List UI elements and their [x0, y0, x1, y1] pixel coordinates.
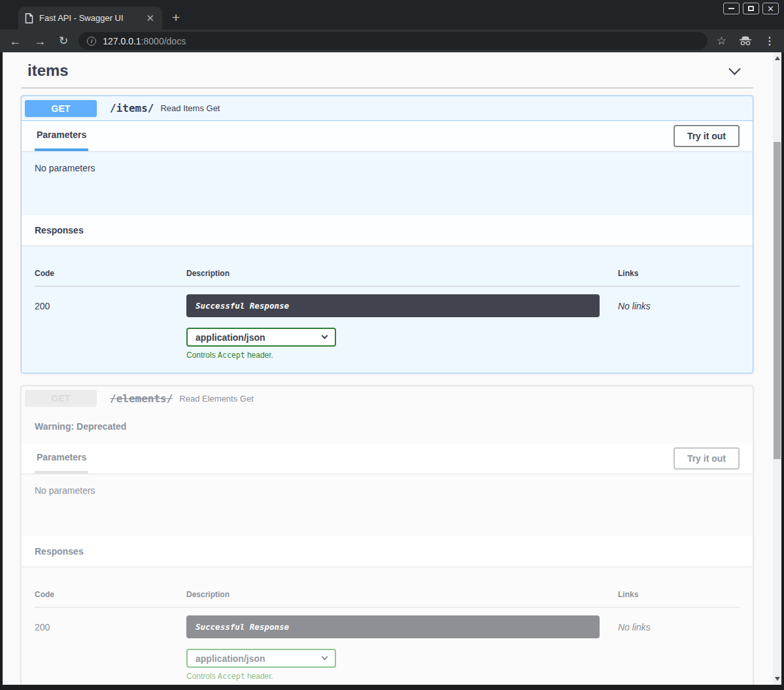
tag-section-header[interactable]: items	[21, 58, 753, 88]
tab-title: Fast API - Swagger UI	[33, 13, 145, 23]
opblock-get-elements-deprecated: GET /elements/ Read Elements Get Warning…	[21, 386, 753, 685]
maximize-icon[interactable]	[743, 3, 759, 14]
scroll-up-icon[interactable]	[775, 56, 780, 60]
opblock-summary[interactable]: GET /items/ Read Items Get	[22, 96, 753, 121]
deprecated-warning: Warning: Deprecated	[35, 421, 126, 432]
response-code: 200	[35, 294, 186, 360]
tab-parameters[interactable]: Parameters	[35, 443, 88, 474]
bookmark-star-icon[interactable]: ☆	[717, 35, 726, 46]
url-text: 127.0.0.1:8000/docs	[103, 36, 186, 46]
browser-titlebar: Fast API - Swagger UI ✕ + ✕	[0, 0, 784, 29]
operation-summary: Read Items Get	[160, 103, 220, 113]
col-description: Description	[186, 590, 618, 599]
parameters-header: Parameters Try it out	[22, 121, 753, 151]
page-content: items GET /items/ Read Items Get Paramet…	[3, 52, 781, 685]
tab-close-icon[interactable]: ✕	[145, 12, 156, 24]
responses-title: Responses	[35, 225, 84, 235]
response-code: 200	[35, 615, 186, 681]
media-type-select[interactable]: application/json	[186, 649, 336, 668]
window-controls: ✕	[723, 3, 779, 14]
close-icon[interactable]: ✕	[762, 3, 779, 14]
accept-header-note: Controls Accept header.	[186, 672, 336, 681]
tag-title: items	[27, 61, 69, 80]
method-badge[interactable]: GET	[25, 390, 97, 407]
response-description: Successful Response	[186, 294, 600, 317]
no-links-text: No links	[618, 615, 740, 681]
scroll-down-icon[interactable]	[775, 677, 780, 681]
try-it-out-button[interactable]: Try it out	[673, 447, 740, 470]
responses-title: Responses	[35, 546, 84, 557]
col-links: Links	[618, 590, 740, 599]
operation-path: /items/	[103, 102, 160, 114]
operation-summary: Read Elements Get	[179, 394, 253, 404]
media-type-select[interactable]: application/json	[186, 328, 336, 347]
col-code: Code	[35, 269, 186, 278]
vertical-scrollbar[interactable]	[773, 52, 781, 685]
address-bar[interactable]: i 127.0.0.1:8000/docs	[78, 32, 707, 50]
site-info-icon[interactable]: i	[87, 37, 96, 46]
page-favicon-document-icon	[25, 13, 33, 24]
try-it-out-button[interactable]: Try it out	[673, 125, 740, 147]
responses-table: Code Description Links 200 Successful Re…	[22, 566, 753, 685]
forward-icon[interactable]: →	[34, 35, 46, 47]
operation-path: /elements/	[103, 392, 179, 405]
method-badge[interactable]: GET	[25, 100, 97, 117]
browser-toolbar: ← → ↻ i 127.0.0.1:8000/docs ☆ ⋮	[0, 29, 784, 52]
response-description: Successful Response	[186, 615, 600, 638]
browser-tab[interactable]: Fast API - Swagger UI ✕	[18, 7, 162, 29]
menu-kebab-icon[interactable]: ⋮	[764, 36, 775, 46]
opblock-summary[interactable]: GET /elements/ Read Elements Get	[22, 387, 753, 410]
tab-parameters[interactable]: Parameters	[35, 121, 88, 151]
no-links-text: No links	[618, 294, 740, 360]
no-parameters-text: No parameters	[22, 474, 753, 536]
back-icon[interactable]: ←	[9, 35, 21, 47]
col-links: Links	[618, 269, 740, 278]
opblock-get-items: GET /items/ Read Items Get Parameters Tr…	[21, 95, 753, 373]
responses-header: Responses	[22, 215, 753, 245]
minimize-icon[interactable]	[723, 3, 740, 14]
no-parameters-text: No parameters	[22, 151, 753, 215]
reload-icon[interactable]: ↻	[59, 35, 68, 46]
scrollbar-thumb[interactable]	[774, 142, 781, 459]
accept-header-note: Controls Accept header.	[186, 351, 336, 360]
new-tab-icon[interactable]: +	[172, 10, 180, 26]
responses-header: Responses	[22, 536, 753, 566]
responses-table: Code Description Links 200 Successful Re…	[22, 245, 753, 373]
col-description: Description	[186, 269, 618, 278]
response-row-200: 200 Successful Response application/json…	[35, 286, 740, 360]
collapse-chevron-down-icon[interactable]	[728, 63, 740, 75]
parameters-header: Parameters Try it out	[22, 443, 753, 474]
incognito-icon	[738, 36, 753, 46]
col-code: Code	[35, 590, 186, 599]
response-row-200: 200 Successful Response application/json…	[35, 608, 740, 681]
